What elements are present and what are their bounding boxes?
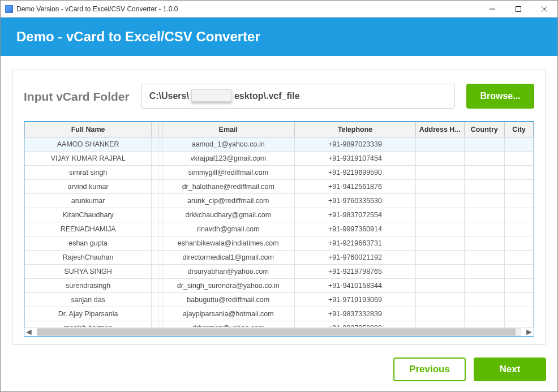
table-cell <box>464 208 504 222</box>
scrollbar-thumb[interactable] <box>37 329 516 335</box>
table-cell: +91-9760335530 <box>294 194 415 208</box>
table-cell <box>152 180 158 194</box>
table-cell: vkrajpal123@gmail.com <box>162 152 294 166</box>
svg-rect-1 <box>516 6 521 11</box>
table-cell <box>152 251 158 265</box>
table-cell: rinavdh@gmail.com <box>162 222 294 236</box>
path-prefix: C:\Users\ <box>149 91 189 101</box>
titlebar: Demo Version - vCard to Excel/CSV Conver… <box>1 1 557 18</box>
previous-button[interactable]: Previous <box>393 357 466 381</box>
table-cell <box>416 166 465 180</box>
table-cell: +91-9219699590 <box>294 166 415 180</box>
window-controls <box>479 1 557 17</box>
minimize-button[interactable] <box>479 1 505 17</box>
table-row[interactable]: Dr. Ajay Piparsaniaajaypiparsania@hotmai… <box>25 307 534 321</box>
table-row[interactable]: eshan guptaeshanbikewala@indiatimes.com+… <box>25 236 534 251</box>
table-row[interactable]: arvind kumardr_halothane@rediffmail.com+… <box>25 180 534 194</box>
table-row[interactable]: sanjan dasbabuguttu@rediffmail.com+91-97… <box>25 293 534 307</box>
table-cell: ajaypiparsania@hotmail.com <box>162 307 294 321</box>
table-cell: +91-9837072554 <box>294 208 415 222</box>
table-cell: aamod_1@yahoo.co.in <box>162 137 294 152</box>
input-row: Input vCard Folder C:\Users\ esktop\.vcf… <box>24 84 534 109</box>
table-cell <box>464 194 504 208</box>
table-row[interactable]: REENADHAMIJArinavdh@gmail.com+91-9997360… <box>25 222 534 236</box>
table-cell <box>464 236 504 251</box>
table-cell <box>152 236 158 251</box>
table-cell <box>464 166 504 180</box>
table-cell: RajeshChauhan <box>25 251 152 265</box>
table-cell: +91-9219798765 <box>294 265 415 279</box>
table-cell: +91-9412561876 <box>294 180 415 194</box>
column-header[interactable]: Country <box>464 122 504 137</box>
app-icon <box>5 5 13 13</box>
scroll-left-arrow-icon[interactable]: ◄ <box>24 328 33 336</box>
table-cell: AAMOD SHANKER <box>25 137 152 152</box>
table-cell <box>464 307 504 321</box>
table-row[interactable]: simrat singhsimmygill@rediffmail.com+91-… <box>25 166 534 180</box>
table-cell: eshan gupta <box>25 236 152 251</box>
minimize-icon <box>490 6 495 12</box>
table-row[interactable]: RajeshChauhandirectormedical1@gmail.com+… <box>25 251 534 265</box>
table-cell <box>504 307 533 321</box>
table-cell <box>464 265 504 279</box>
browse-button[interactable]: Browse... <box>466 84 534 109</box>
table-cell <box>504 222 533 236</box>
table-cell <box>152 307 158 321</box>
column-header[interactable]: Address H... <box>416 122 465 137</box>
column-header[interactable]: Email <box>162 122 294 137</box>
table-cell <box>152 166 158 180</box>
table-cell <box>464 251 504 265</box>
page-title: Demo - vCard to Excel/CSV Converter <box>16 29 542 45</box>
table-cell <box>504 236 533 251</box>
table-row[interactable]: surendrasinghdr_singh_surendra@yahoo.co.… <box>25 279 534 293</box>
table-header: Full NameEmailTelephoneAddress H...Count… <box>25 122 534 137</box>
table-row[interactable]: AAMOD SHANKERaamod_1@yahoo.co.in+91-9897… <box>25 137 534 152</box>
table-row[interactable]: KiranChaudharydrkkchaudhary@gmail.com+91… <box>25 208 534 222</box>
table-cell: SURYA SINGH <box>25 265 152 279</box>
table-cell <box>416 321 465 328</box>
column-header[interactable]: City <box>504 122 533 137</box>
table-cell: +91-9319107454 <box>294 152 415 166</box>
table-cell <box>504 180 533 194</box>
table-cell <box>464 152 504 166</box>
table-cell: +91-9760021192 <box>294 251 415 265</box>
column-header[interactable]: Full Name <box>25 122 152 137</box>
table-cell <box>152 265 158 279</box>
column-header[interactable]: Telephone <box>294 122 415 137</box>
table-cell: directormedical1@gmail.com <box>162 251 294 265</box>
column-header[interactable] <box>152 122 158 137</box>
table-row[interactable]: manish barmandrbarman@yahoo.com+91-98370… <box>25 321 534 328</box>
table-cell <box>416 152 465 166</box>
table-cell: dr_halothane@rediffmail.com <box>162 180 294 194</box>
path-suffix: esktop\.vcf_file <box>234 91 300 101</box>
window-title: Demo Version - vCard to Excel/CSV Conver… <box>16 5 479 13</box>
table-cell <box>152 152 158 166</box>
table-cell <box>416 180 465 194</box>
table-cell <box>416 222 465 236</box>
scroll-right-arrow-icon[interactable]: ► <box>525 328 534 336</box>
maximize-button[interactable] <box>505 1 531 17</box>
maximize-icon <box>516 6 521 12</box>
table-cell: drkkchaudhary@gmail.com <box>162 208 294 222</box>
table-cell: drbarman@yahoo.com <box>162 321 294 328</box>
scrollbar-track[interactable] <box>37 328 521 336</box>
table-cell: +91-9997360914 <box>294 222 415 236</box>
table-cell: simrat singh <box>25 166 152 180</box>
table-cell: simmygill@rediffmail.com <box>162 166 294 180</box>
close-icon <box>542 6 547 12</box>
next-button[interactable]: Next <box>474 357 546 381</box>
table-row[interactable]: VIJAY KUMAR RAJPALvkrajpal123@gmail.com+… <box>25 152 534 166</box>
table-row[interactable]: SURYA SINGHdrsuryabhan@yahoo.com+91-9219… <box>25 265 534 279</box>
table-scroll[interactable]: Full NameEmailTelephoneAddress H...Count… <box>24 122 534 327</box>
close-button[interactable] <box>531 1 557 17</box>
horizontal-scrollbar[interactable]: ◄ ► <box>24 327 534 336</box>
table-cell <box>416 236 465 251</box>
table-cell <box>464 293 504 307</box>
table-cell: arunk_cip@rediffmail.com <box>162 194 294 208</box>
table-cell <box>152 321 158 328</box>
table-cell <box>504 251 533 265</box>
table-row[interactable]: arunkumararunk_cip@rediffmail.com+91-976… <box>25 194 534 208</box>
table-cell: +91-9837058888 <box>294 321 415 328</box>
input-folder-label: Input vCard Folder <box>24 91 130 102</box>
folder-path-input[interactable]: C:\Users\ esktop\.vcf_file <box>141 84 455 109</box>
